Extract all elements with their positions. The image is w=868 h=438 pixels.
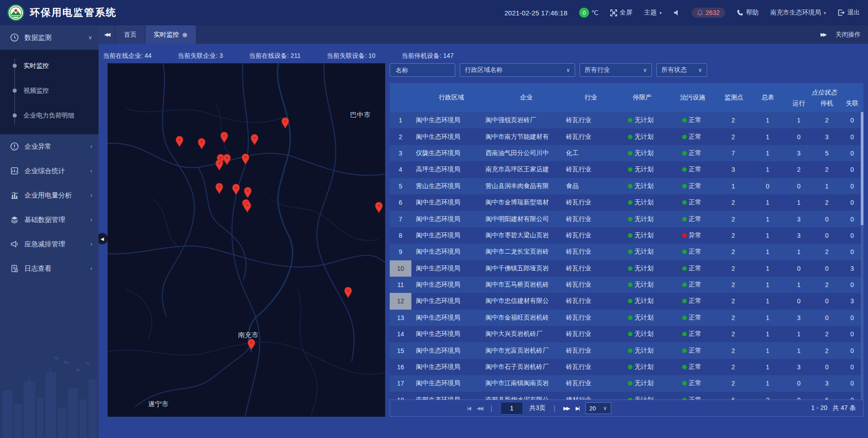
cell-company: 阆中市石子页岩机砖厂 [484,359,563,375]
logout-button[interactable]: 退出 [838,9,860,17]
bullet-icon [13,113,17,118]
alarm-counter[interactable]: 2632 [692,8,725,18]
table-row[interactable]: 4高坪生态环境局南充市高坪区王家店建砖瓦行业无计划正常31220 [390,161,863,178]
cell-region: 阆中生态环境局 [411,293,484,309]
map-pin[interactable] [281,117,289,129]
cell-region: 营山生态环境局 [411,178,484,194]
map-pin[interactable] [243,201,251,213]
cell-running: 0 [785,392,813,400]
fullscreen-button[interactable]: 全屏 [610,9,632,17]
tabs-scroll-left-button[interactable]: ◀◀ [99,25,115,44]
org-dropdown[interactable]: 南充市生态环境局 ▾ [770,9,826,17]
last-page-button[interactable]: ▶| [576,405,579,411]
map-pin[interactable] [215,183,223,194]
table-row[interactable]: 16阆中生态环境局阆中市石子页岩机砖厂砖瓦行业无计划正常21300 [390,359,863,375]
sidebar-item-实时监控[interactable]: 实时监控 [0,53,99,78]
facility-status-text: 正常 [689,281,702,289]
next-page-button[interactable]: ▶▶ [563,405,569,411]
page-number-input[interactable] [500,402,523,414]
cell-halted: 6 [813,392,841,400]
table-header: 行政区域 企业 行业 停限产 治污设施 监测点 总表 点位状态 运行 停机 失联 [390,83,863,112]
cell-industry: 砖瓦行业 [563,375,614,391]
help-button[interactable]: 帮助 [737,9,759,17]
cell-stop-production: 无计划 [614,227,667,244]
table-row[interactable]: 1阆中生态环境局阆中强锐页岩砖厂砖瓦行业无计划正常21120 [390,112,863,128]
map-pin[interactable] [198,138,206,150]
cell-stop-production: 无计划 [614,178,667,194]
table-scrollbar[interactable] [861,112,863,400]
tabs-scroll-right-button[interactable]: ▶▶ [821,32,826,38]
table-row[interactable]: 10阆中生态环境局阆中千佛镇五郎垭页岩砖瓦行业无计划正常21003 [390,260,863,277]
cell-industry: 砖瓦行业 [563,128,614,145]
map-pin[interactable] [247,339,255,350]
sidebar-item-应急减排管理[interactable]: 应急减排管理‹ [0,232,99,256]
map-pin[interactable] [223,154,231,165]
table-row[interactable]: 7阆中生态环境局阆中明阳建材有限公司砖瓦行业无计划正常21300 [390,211,863,227]
table-row[interactable]: 8阆中生态环境局阆中市枣碧大梁山页岩砖瓦行业无计划异常21300 [390,227,863,244]
map-pin[interactable] [375,202,383,213]
scrollbar-thumb[interactable] [861,112,863,225]
sidebar-item-基础数据管理[interactable]: 基础数据管理‹ [0,207,99,232]
sidebar-item-企业综合统计[interactable]: 企业综合统计‹ [0,159,99,183]
prev-page-button[interactable]: ◀◀ [476,405,482,411]
table-row[interactable]: 18南部生态环境局南部县新华水泥有限公建材行业无计划正常62060 [390,392,863,400]
table-row[interactable]: 14阆中生态环境局阆中大兴页岩机砖厂砖瓦行业无计划正常21120 [390,326,863,342]
map-pin[interactable] [344,287,352,298]
map-pin[interactable] [241,153,250,165]
layers-icon [10,215,19,224]
close-operations-button[interactable]: 关闭操作 [835,31,861,39]
sidebar-item-日志查看[interactable]: 日志查看‹ [0,256,99,281]
status-dot-green [628,200,632,205]
sidebar-item-企业电力负荷明细[interactable]: 企业电力负荷明细 [0,103,99,128]
gis-map[interactable]: 巴中市南充市遂宁市 [108,63,385,417]
table-row[interactable]: 11阆中生态环境局阆中市五马桥页岩机砖砖瓦行业无计划正常21120 [390,277,863,293]
cell-region: 阆中生态环境局 [411,375,484,391]
table-row[interactable]: 2阆中生态环境局阆中市南方节能建材有砖瓦行业无计划正常21030 [390,128,863,145]
theme-dropdown[interactable]: 主题 ▾ [644,9,662,17]
mute-button[interactable] [674,9,680,16]
chevron-down-icon: ∨ [88,34,92,41]
industry-select[interactable]: 所有行业 ∨ [580,63,652,77]
table-row[interactable]: 13阆中生态环境局阆中市金福旺页岩机砖砖瓦行业无计划正常21300 [390,310,863,326]
tab-实时监控[interactable]: 实时监控⊗ [146,25,196,44]
cell-company: 阆中明阳建材有限公司 [484,211,563,227]
stat-value: 211 [291,52,301,59]
region-select-value: 行政区域名称 [465,66,503,74]
sidebar-item-企业用电量分析[interactable]: 企业用电量分析‹ [0,183,99,207]
map-pin[interactable] [220,132,228,143]
map-pin[interactable] [250,134,259,146]
table-row[interactable]: 15阆中生态环境局阆中市光富页岩机砖厂砖瓦行业无计划正常21120 [390,342,863,358]
status-select[interactable]: 所有状态 ∨ [656,63,707,77]
name-search-input[interactable] [395,66,450,74]
table-row[interactable]: 5营山生态环境局营山县润丰肉食品有限食品无计划正常10010 [390,178,863,194]
table-row[interactable]: 9阆中生态环境局阆中市二龙长宝页岩砖砖瓦行业无计划正常21120 [390,244,863,260]
first-page-button[interactable]: |◀ [467,405,470,411]
stop-status-text: 无计划 [635,264,654,273]
map-pin[interactable] [175,136,184,147]
cell-halted: 2 [813,161,841,178]
cell-stop-production: 无计划 [614,342,667,358]
cell-pollution-facility: 正常 [667,342,716,358]
stat-当前在线设备: 当前在线设备: 211 [249,52,301,60]
tab-首页[interactable]: 首页 [116,25,145,44]
stats-icon [10,166,19,175]
page-size-select[interactable]: 20 ∨ [585,402,611,414]
map-pin[interactable] [244,187,252,198]
sidebar-item-数据监测[interactable]: 数据监测∨ [0,25,99,50]
status-dot-green [628,184,632,188]
sidebar-item-企业异常[interactable]: 企业异常‹ [0,134,99,159]
stat-label: 当前停机设备: [401,52,443,59]
region-select[interactable]: 行政区域名称 ∨ [460,63,575,77]
map-pin[interactable] [232,184,240,195]
org-label: 南充市生态环境局 [770,9,821,17]
sidebar-item-视频监控[interactable]: 视频监控 [0,78,99,103]
bell-icon [697,9,703,16]
map-pin[interactable] [215,159,223,171]
table-row[interactable]: 3仪陇生态环境局西南油气田分公司川中化工无计划正常71350 [390,145,863,161]
name-search-field[interactable] [390,63,455,77]
table-row[interactable]: 12阆中生态环境局阆中市忠信建材有限公砖瓦行业无计划正常21003 [390,293,863,309]
facility-status-text: 异常 [689,231,702,240]
table-row[interactable]: 17阆中生态环境局阆中市江南镇阆南页岩砖瓦行业无计划正常21030 [390,375,863,391]
close-icon[interactable]: ⊗ [182,32,188,38]
table-row[interactable]: 6阆中生态环境局阆中市金博瑞新型墙材砖瓦行业无计划正常21120 [390,194,863,211]
